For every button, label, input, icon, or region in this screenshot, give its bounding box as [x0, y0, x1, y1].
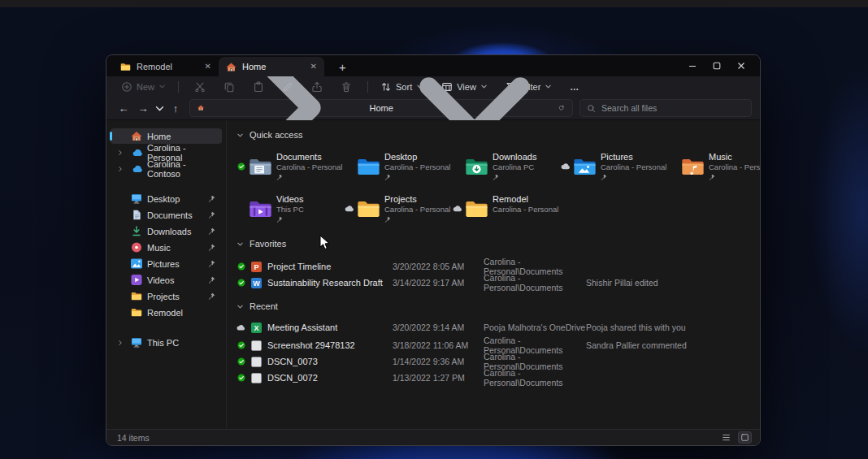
- file-date: 3/20/2022 9:14 AM: [393, 323, 484, 332]
- sidebar-item-projects[interactable]: Projects: [111, 288, 222, 304]
- quick-access-tile-music[interactable]: MusicCarolina - Personal: [669, 149, 761, 184]
- quick-access-tile-documents[interactable]: DocumentsCarolina - Personal: [237, 149, 345, 184]
- pin-icon: [208, 292, 215, 300]
- folder-plain-icon: [465, 191, 490, 226]
- synced-status-icon: [237, 341, 245, 349]
- delete-button[interactable]: [336, 80, 357, 94]
- tab-close-icon[interactable]: ✕: [310, 63, 317, 71]
- chevron-right-icon[interactable]: [115, 340, 125, 346]
- file-name: DSCN_0073: [267, 357, 318, 366]
- refresh-icon[interactable]: [558, 105, 565, 111]
- recent-locations-button[interactable]: [154, 100, 165, 116]
- file-row[interactable]: WSustainability Research Draft3/14/2022 …: [237, 273, 753, 289]
- paste-button[interactable]: [248, 80, 269, 94]
- sidebar-item-videos[interactable]: Videos: [111, 272, 222, 288]
- maximize-button[interactable]: [705, 58, 729, 74]
- quick-access-tile-downloads[interactable]: DownloadsCarolina PC: [453, 149, 561, 184]
- tab-remodel[interactable]: Remodel ✕: [113, 57, 219, 76]
- video-icon: [130, 275, 142, 285]
- chevron-right-icon[interactable]: [115, 166, 125, 172]
- tab-home[interactable]: Home ✕: [219, 57, 324, 76]
- sidebar-item-carolina-contoso[interactable]: Carolina - Contoso: [111, 161, 222, 176]
- file-date: 1/14/2022 9:36 AM: [393, 357, 484, 366]
- favorites-list: PProject Timeline3/20/2022 8:05 AMCaroli…: [237, 257, 753, 289]
- picture-icon: [130, 258, 142, 269]
- pin-icon: [384, 174, 450, 181]
- file-row[interactable]: PProject Timeline3/20/2022 8:05 AMCaroli…: [237, 257, 753, 273]
- content-pane: Quick access DocumentsCarolina - Persona…: [227, 120, 760, 429]
- up-button[interactable]: ↑: [167, 100, 184, 116]
- chevron-right-icon[interactable]: [115, 149, 125, 156]
- download-arrow-icon: [130, 226, 142, 236]
- section-header-recent[interactable]: Recent: [237, 299, 753, 314]
- tile-name: Desktop: [384, 152, 450, 162]
- rename-button[interactable]: [277, 80, 298, 94]
- quick-access-grid: DocumentsCarolina - Personal DesktopCaro…: [237, 149, 753, 226]
- file-name-cell: DSCN_0073: [237, 357, 393, 367]
- file-row[interactable]: XMeeting Assistant3/20/2022 9:14 AMPooja…: [237, 319, 753, 336]
- sidebar-item-desktop[interactable]: Desktop: [111, 191, 222, 206]
- search-box[interactable]: [579, 99, 752, 117]
- file-date: 3/20/2022 8:05 AM: [393, 262, 484, 271]
- tile-name: Documents: [276, 152, 342, 162]
- search-icon: [587, 104, 596, 113]
- onedrive-icon: [130, 163, 142, 174]
- quick-access-tile-videos[interactable]: VideosThis PC: [237, 191, 345, 226]
- more-options-button[interactable]: …: [565, 80, 584, 93]
- quick-access-tile-remodel[interactable]: RemodelCarolina - Personal: [453, 191, 561, 226]
- powerpoint-file-icon: P: [251, 262, 262, 272]
- close-button[interactable]: [729, 58, 753, 74]
- synced-status-icon: [237, 149, 246, 184]
- tile-meta: PicturesCarolina - Personal: [601, 149, 666, 184]
- cloud-status-icon: [237, 324, 245, 331]
- pin-icon: [208, 244, 215, 251]
- sidebar-item-label: Carolina - Contoso: [147, 159, 215, 179]
- tile-location: Carolina - Personal: [493, 205, 558, 214]
- share-button[interactable]: [306, 80, 328, 94]
- tab-bar: Remodel ✕ Home ✕ +: [106, 55, 760, 76]
- sidebar-item-label: Pictures: [147, 259, 180, 269]
- sidebar-item-carolina-personal[interactable]: Carolina - Personal: [111, 145, 222, 160]
- quick-access-tile-projects[interactable]: ProjectsCarolina - Personal: [345, 191, 453, 226]
- tile-location: Carolina - Personal: [384, 205, 450, 214]
- forward-button[interactable]: →: [134, 100, 152, 116]
- pin-icon: [208, 276, 215, 284]
- breadcrumb[interactable]: Home: [189, 99, 573, 117]
- section-header-quick-access[interactable]: Quick access: [237, 128, 753, 142]
- back-button[interactable]: ←: [115, 100, 132, 116]
- sidebar-item-this-pc[interactable]: This PC: [111, 335, 222, 350]
- breadcrumb-segment[interactable]: Home: [369, 103, 393, 113]
- file-row[interactable]: Screenshot 294781323/18/2022 11:06 AMCar…: [237, 336, 753, 352]
- cut-button[interactable]: [189, 80, 210, 94]
- sidebar-item-documents[interactable]: Documents: [111, 207, 222, 223]
- address-bar: ← → ↑ Home: [106, 97, 760, 120]
- sidebar-item-label: Home: [147, 132, 171, 141]
- new-tab-button[interactable]: +: [334, 60, 351, 76]
- sidebar-item-remodel[interactable]: Remodel: [111, 305, 222, 320]
- file-activity: Shishir Pillai edited: [586, 278, 753, 288]
- folder-small-icon: [130, 291, 142, 301]
- tab-close-icon[interactable]: ✕: [205, 63, 211, 71]
- sidebar-item-downloads[interactable]: Downloads: [111, 223, 222, 239]
- sidebar-item-music[interactable]: Music: [111, 240, 222, 255]
- quick-access-tile-desktop[interactable]: DesktopCarolina - Personal: [345, 149, 453, 184]
- tile-meta: DocumentsCarolina - Personal: [276, 149, 342, 184]
- details-view-button[interactable]: [719, 431, 733, 444]
- sidebar-separator: [106, 321, 226, 334]
- section-header-favorites[interactable]: Favorites: [237, 236, 753, 251]
- tile-name: Downloads: [493, 152, 536, 162]
- copy-button[interactable]: [219, 80, 240, 94]
- new-button[interactable]: New: [116, 80, 171, 94]
- sidebar-item-pictures[interactable]: Pictures: [111, 256, 222, 271]
- quick-access-tile-pictures[interactable]: PicturesCarolina - Personal: [561, 149, 669, 184]
- image-file-icon: [251, 340, 262, 351]
- tile-location: Carolina - Personal: [709, 162, 761, 172]
- sidebar-item-home[interactable]: Home: [111, 128, 222, 144]
- file-location: Carolina - Personal\Documents: [484, 273, 586, 292]
- file-row[interactable]: DSCN_00721/13/2022 1:27 PMCarolina - Per…: [237, 368, 753, 384]
- file-row[interactable]: DSCN_00731/14/2022 9:36 AMCarolina - Per…: [237, 352, 753, 368]
- delete-icon: [341, 81, 352, 93]
- large-icons-view-button[interactable]: [738, 431, 752, 444]
- search-input[interactable]: [601, 103, 744, 113]
- minimize-button[interactable]: [680, 58, 705, 74]
